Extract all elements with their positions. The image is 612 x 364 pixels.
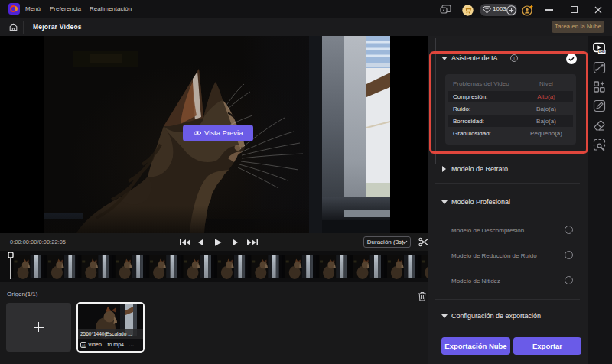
svg-text:UHD: UHD bbox=[599, 50, 605, 54]
